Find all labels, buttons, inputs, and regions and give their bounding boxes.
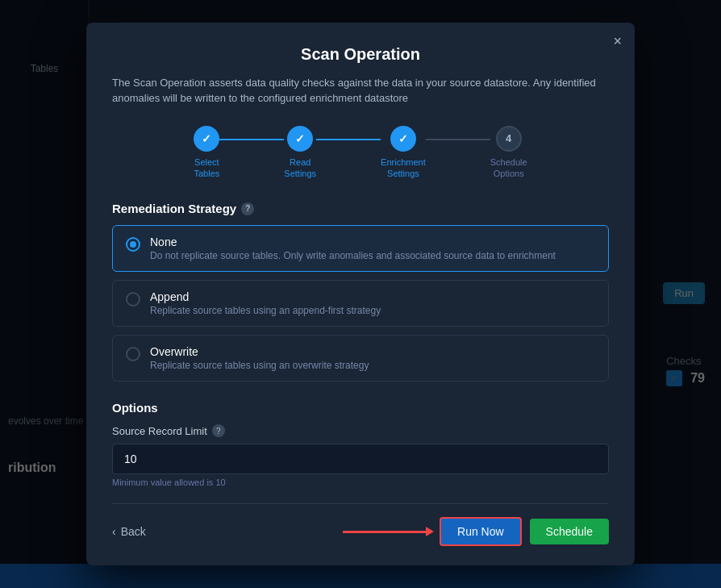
radio-desc-none: Do not replicate source tables. Only wri…: [150, 250, 556, 261]
step-select-tables: ✓ SelectTables: [194, 126, 219, 180]
stepper: ✓ SelectTables ✓ ReadSettings ✓ Enrichme…: [112, 126, 609, 180]
step-label-read-settings: ReadSettings: [284, 156, 316, 180]
source-record-limit-label: Source Record Limit ?: [112, 424, 609, 437]
modal-title: Scan Operation: [112, 45, 609, 64]
radio-btn-append: [126, 292, 140, 307]
modal-footer: ‹ Back Run Now Schedule: [112, 503, 609, 546]
schedule-button[interactable]: Schedule: [530, 519, 609, 544]
radio-desc-append: Replicate source tables using an append-…: [150, 305, 381, 316]
connector-3: [426, 139, 490, 140]
step-label-schedule: ScheduleOptions: [490, 156, 527, 180]
source-record-help-icon[interactable]: ?: [212, 424, 225, 437]
step-check-select-tables: ✓: [202, 132, 211, 145]
scan-operation-modal: × Scan Operation The Scan Operation asse…: [86, 23, 635, 566]
connector-1: [219, 139, 284, 140]
step-schedule-options: 4 ScheduleOptions: [490, 126, 527, 180]
connector-2: [316, 139, 381, 140]
radio-btn-none: [126, 237, 140, 252]
arrow-head-icon: [426, 527, 439, 536]
modal-close-button[interactable]: ×: [613, 34, 622, 48]
run-now-arrow-container: [343, 531, 431, 533]
radio-label-none: None: [150, 236, 556, 248]
step-circle-schedule: 4: [496, 126, 522, 152]
options-section: Options Source Record Limit ? Minimum va…: [112, 401, 609, 487]
modal-description: The Scan Operation asserts data quality …: [112, 75, 609, 106]
step-circle-read-settings: ✓: [287, 126, 313, 152]
remediation-section: Remediation Strategy ? None Do not repli…: [112, 202, 609, 382]
options-title: Options: [112, 401, 609, 415]
remediation-title: Remediation Strategy ?: [112, 202, 609, 215]
step-num-schedule: 4: [506, 132, 511, 144]
step-label-select-tables: SelectTables: [194, 156, 219, 180]
step-label-enrichment: EnrichmentSettings: [381, 156, 426, 180]
arrow-line: [343, 531, 431, 533]
radio-content-append: Append Replicate source tables using an …: [150, 290, 381, 316]
remediation-options: None Do not replicate source tables. Onl…: [112, 225, 609, 382]
radio-label-overwrite: Overwrite: [150, 345, 369, 358]
radio-content-overwrite: Overwrite Replicate source tables using …: [150, 345, 369, 371]
footer-button-group: Run Now Schedule: [343, 517, 609, 546]
step-enrichment-settings: ✓ EnrichmentSettings: [381, 126, 426, 180]
step-read-settings: ✓ ReadSettings: [284, 126, 316, 180]
radio-desc-overwrite: Replicate source tables using an overwri…: [150, 360, 369, 371]
back-button[interactable]: ‹ Back: [112, 525, 146, 538]
step-check-read-settings: ✓: [295, 132, 305, 145]
source-record-hint: Minimum value allowed is 10: [112, 477, 609, 487]
modal-overlay: × Scan Operation The Scan Operation asse…: [0, 0, 721, 588]
step-circle-enrichment: ✓: [390, 126, 416, 152]
radio-option-overwrite[interactable]: Overwrite Replicate source tables using …: [112, 335, 609, 382]
radio-btn-overwrite: [126, 347, 140, 361]
back-chevron-icon: ‹: [112, 525, 116, 538]
source-record-limit-input[interactable]: [112, 444, 609, 474]
run-now-button[interactable]: Run Now: [440, 517, 522, 546]
radio-label-append: Append: [150, 290, 381, 303]
step-check-enrichment: ✓: [398, 132, 408, 145]
radio-option-append[interactable]: Append Replicate source tables using an …: [112, 280, 609, 327]
radio-content-none: None Do not replicate source tables. Onl…: [150, 236, 556, 261]
radio-option-none[interactable]: None Do not replicate source tables. Onl…: [112, 225, 609, 272]
remediation-help-icon[interactable]: ?: [241, 202, 254, 215]
step-circle-select-tables: ✓: [194, 126, 219, 152]
